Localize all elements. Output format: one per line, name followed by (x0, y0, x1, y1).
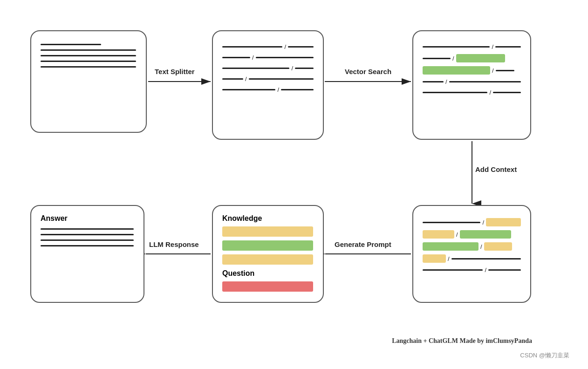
add-context-label: Add Context (475, 165, 517, 173)
vec-row-1: / (423, 43, 521, 50)
prompt-card: Knowledge Question (212, 205, 324, 303)
vec-row-3: / (423, 66, 521, 75)
ctx-row-4: / (423, 254, 521, 263)
doc-line-3 (41, 55, 136, 56)
chunk-row-2: / (222, 54, 314, 61)
question-bar (222, 281, 313, 292)
llm-response-label: LLM Response (149, 240, 199, 248)
ans-line-3 (41, 239, 134, 241)
ctx-row-5: / (423, 266, 521, 273)
vector-results-card: / / / / / (412, 30, 531, 140)
answer-label: Answer (41, 214, 134, 223)
knowledge-bar-3 (222, 254, 313, 265)
watermark: Langchain + ChatGLM Made by imClumsyPand… (392, 337, 532, 345)
ctx-row-2: / (423, 230, 521, 239)
vector-search-label: Vector Search (345, 68, 391, 75)
chunk-row-3: / (222, 65, 314, 72)
vec-row-2: / (423, 54, 521, 62)
doc-line-5 (41, 66, 136, 68)
ctx-row-3: / (423, 242, 521, 251)
question-label: Question (222, 269, 314, 278)
ans-line-4 (41, 245, 134, 246)
doc-line-4 (41, 61, 136, 62)
text-splitter-label: Text Splitter (155, 68, 195, 75)
vec-row-5: / (423, 89, 521, 96)
knowledge-label: Knowledge (222, 214, 314, 223)
ans-line-2 (41, 234, 134, 235)
doc-line-1 (41, 44, 101, 45)
chunk-row-1: / (222, 43, 314, 50)
context-card: / / / / / (412, 205, 531, 303)
diagram: Text Splitter Vector Search Add Context … (0, 0, 588, 369)
chunks-card: / / / / / (212, 30, 324, 140)
plain-doc-card (30, 30, 147, 133)
doc-line-2 (41, 49, 136, 51)
ans-line-1 (41, 228, 134, 230)
generate-prompt-label: Generate Prompt (335, 240, 391, 248)
chunk-row-5: / (222, 86, 314, 93)
ctx-row-1: / (423, 218, 521, 226)
chunk-row-4: / (222, 75, 314, 82)
knowledge-bar-2 (222, 240, 313, 251)
answer-card: Answer (30, 205, 144, 303)
vec-row-4: / (423, 78, 521, 85)
csdn-tag: CSDN @懒刀韭菜 (520, 351, 569, 360)
knowledge-bar-1 (222, 226, 313, 237)
